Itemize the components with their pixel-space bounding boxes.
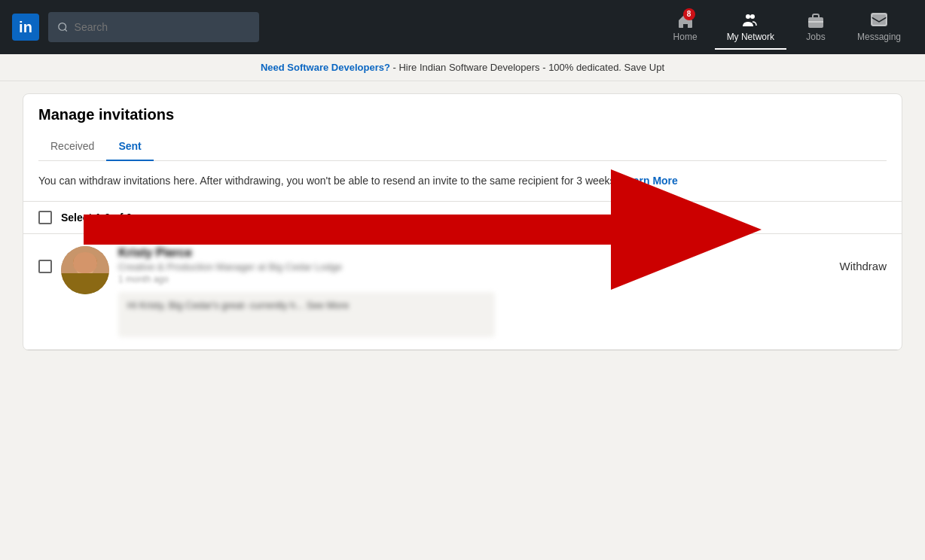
nav-my-network-label: My Network <box>727 32 774 42</box>
search-bar[interactable] <box>48 12 259 42</box>
ad-link[interactable]: Need Software Developers? <box>261 62 390 73</box>
jobs-icon <box>807 11 825 29</box>
search-input[interactable] <box>75 21 250 33</box>
svg-rect-4 <box>808 17 823 28</box>
header: in 8 Home My Network <box>0 0 925 54</box>
avatar-svg <box>61 246 109 294</box>
nav-jobs-label: Jobs <box>806 32 825 42</box>
person-info: Kristy Pierce Creative & Production Mana… <box>118 246 830 337</box>
svg-rect-9 <box>61 246 109 294</box>
select-all-checkbox[interactable] <box>38 211 52 224</box>
card-header: Manage invitations Received Sent <box>23 94 902 161</box>
select-row: Select 1-6 of 6 <box>23 202 902 234</box>
nav-item-messaging[interactable]: Messaging <box>845 5 913 50</box>
svg-point-0 <box>59 23 66 31</box>
my-network-icon <box>741 11 759 29</box>
nav-item-home[interactable]: 8 Home <box>659 5 712 50</box>
svg-point-10 <box>73 253 97 272</box>
card-title: Manage invitations <box>38 106 887 123</box>
person-checkbox[interactable] <box>38 260 52 273</box>
info-text: You can withdraw invitations here. After… <box>38 175 618 187</box>
nav-item-jobs[interactable]: Jobs <box>789 5 842 50</box>
person-time: 1 month ago <box>118 274 830 285</box>
main-nav: 8 Home My Network Jobs <box>659 5 913 50</box>
svg-line-1 <box>65 29 67 32</box>
avatar <box>61 246 109 294</box>
ad-banner: Need Software Developers? - Hire Indian … <box>0 54 925 81</box>
tab-received[interactable]: Received <box>38 132 106 161</box>
person-row: Kristy Pierce Creative & Production Mana… <box>23 234 902 350</box>
tab-sent[interactable]: Sent <box>106 132 153 161</box>
svg-point-11 <box>76 257 94 277</box>
messaging-icon <box>870 11 888 29</box>
learn-more-link[interactable]: Learn More <box>621 175 677 187</box>
person-title: Creative & Production Manager at Big Ced… <box>118 261 830 272</box>
svg-rect-6 <box>872 14 887 26</box>
main-content: Manage invitations Received Sent You can… <box>11 93 914 351</box>
person-name: Kristy Pierce <box>118 246 830 260</box>
search-icon <box>57 21 69 33</box>
svg-point-12 <box>70 282 100 294</box>
nav-messaging-label: Messaging <box>857 32 901 42</box>
ad-text: - Hire Indian Software Developers - 100%… <box>390 62 664 73</box>
avatar-image <box>61 246 109 294</box>
nav-item-my-network[interactable]: My Network <box>715 5 786 50</box>
select-label: Select 1-6 of 6 <box>61 212 132 224</box>
svg-point-3 <box>750 14 755 19</box>
nav-home-label: Home <box>673 32 698 42</box>
home-badge: 8 <box>683 8 695 20</box>
manage-invitations-card: Manage invitations Received Sent You can… <box>23 93 902 351</box>
linkedin-logo[interactable]: in <box>12 14 39 41</box>
info-section: You can withdraw invitations here. After… <box>23 161 902 202</box>
withdraw-button[interactable]: Withdraw <box>839 260 887 272</box>
message-preview: Hi Kristy, Big Cedar's great- currently … <box>118 292 495 337</box>
tabs: Received Sent <box>38 132 887 161</box>
svg-point-2 <box>746 14 750 19</box>
